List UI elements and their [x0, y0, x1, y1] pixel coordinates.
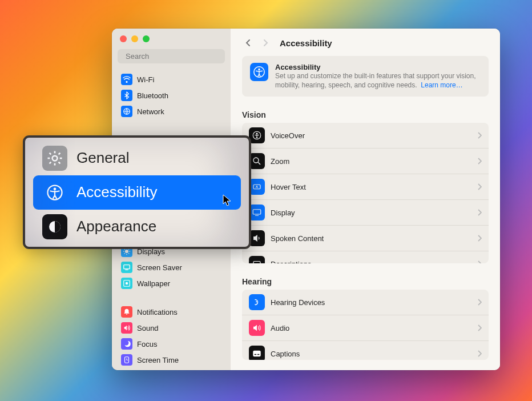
maximize-button[interactable]	[143, 35, 150, 42]
spoken-content-icon	[249, 230, 265, 246]
nav-forward-button[interactable]	[259, 37, 272, 49]
zoom-icon	[249, 153, 265, 169]
minimize-button[interactable]	[131, 35, 138, 42]
sidebar-item-screensaver[interactable]: Screen Saver	[118, 259, 225, 275]
accessibility-icon	[250, 63, 268, 81]
chevron-right-icon	[477, 132, 482, 139]
pref-row-captions[interactable]: Captions	[242, 340, 489, 360]
sidebar-item-label: Bluetooth	[137, 91, 168, 100]
descriptions-icon	[249, 256, 265, 263]
sidebar-item-label: Notifications	[137, 308, 178, 316]
section-title-hearing: Hearing	[242, 277, 489, 286]
screentime-icon	[121, 354, 132, 366]
pref-label: Zoom	[271, 157, 477, 166]
page-title: Accessibility	[280, 38, 332, 48]
window-controls	[112, 33, 231, 49]
sidebar-item-wallpaper[interactable]: Wallpaper	[118, 275, 225, 291]
svg-point-15	[126, 282, 128, 284]
appearance-icon	[42, 214, 67, 239]
sidebar-item-label: Screen Time	[137, 356, 179, 364]
svg-rect-12	[124, 265, 130, 269]
sidebar-item-wifi[interactable]: Wi-Fi	[118, 71, 225, 87]
pref-list-hearing: Hearing Devices Audio Captions	[242, 290, 489, 360]
magnified-label: Appearance	[76, 218, 156, 235]
svg-line-41	[59, 153, 61, 154]
sidebar-item-focus[interactable]: Focus	[118, 336, 225, 352]
nav-back-button[interactable]	[242, 37, 255, 49]
svg-line-10	[124, 253, 125, 254]
info-card: Accessibility Set up and customize the b…	[242, 56, 489, 97]
sidebar-item-label: Wallpaper	[137, 279, 170, 288]
hearing-devices-icon	[249, 294, 265, 310]
pref-label: VoiceOver	[271, 131, 477, 140]
svg-rect-27	[253, 262, 260, 264]
chevron-right-icon	[477, 183, 482, 190]
svg-rect-31	[255, 354, 257, 355]
sidebar-item-label: Sound	[137, 324, 159, 332]
section-title-vision: Vision	[242, 110, 489, 119]
wallpaper-icon	[121, 278, 132, 289]
chevron-right-icon	[477, 324, 482, 331]
chevron-right-icon	[477, 350, 482, 357]
pref-row-descriptions[interactable]: Descriptions	[242, 251, 489, 263]
search-field-wrapper[interactable]	[118, 49, 225, 63]
pref-list-vision: VoiceOver Zoom A Hover Text	[242, 123, 489, 263]
sidebar-item-sound[interactable]: Sound	[118, 320, 225, 336]
hover-text-icon: A	[249, 179, 265, 195]
learn-more-link[interactable]: Learn more…	[421, 81, 462, 89]
sidebar-item-bluetooth[interactable]: Bluetooth	[118, 87, 225, 103]
sidebar-item-label: Wi-Fi	[137, 75, 154, 84]
pref-label: Hover Text	[271, 183, 477, 191]
svg-line-40	[50, 162, 51, 163]
sidebar-group-alerts: Notifications Sound Focus Screen Time	[112, 302, 231, 370]
pref-row-hearingdevices[interactable]: Hearing Devices	[242, 290, 489, 315]
info-description: Set up and customize the built-in featur…	[275, 71, 481, 90]
svg-point-21	[253, 158, 259, 163]
gear-icon	[42, 146, 67, 171]
sidebar-item-network[interactable]: Network	[118, 103, 225, 119]
svg-point-29	[256, 302, 257, 303]
chevron-right-icon	[477, 158, 482, 165]
magnified-label: General	[76, 149, 130, 167]
pref-label: Audio	[271, 324, 477, 332]
sidebar-item-notifications[interactable]: Notifications	[118, 304, 225, 320]
info-text: Accessibility Set up and customize the b…	[275, 63, 481, 90]
pref-label: Spoken Content	[271, 234, 477, 243]
sidebar-item-label: Network	[137, 107, 164, 116]
sound-icon	[121, 322, 132, 334]
pref-label: Hearing Devices	[271, 298, 477, 307]
svg-line-39	[59, 162, 61, 163]
close-button[interactable]	[120, 35, 127, 42]
pref-row-zoom[interactable]: Zoom	[242, 148, 489, 174]
audio-icon	[249, 320, 265, 336]
pref-row-voiceover[interactable]: VoiceOver	[242, 123, 489, 148]
header: Accessibility	[231, 29, 500, 55]
svg-line-11	[128, 249, 129, 250]
chevron-right-icon	[477, 299, 482, 306]
sidebar-item-screentime[interactable]: Screen Time	[118, 352, 225, 368]
svg-rect-32	[257, 354, 260, 355]
search-input[interactable]	[126, 52, 221, 61]
chevron-right-icon	[477, 260, 482, 263]
wifi-icon	[121, 74, 132, 85]
magnified-item-appearance[interactable]: Appearance	[33, 210, 241, 244]
svg-point-33	[53, 155, 58, 161]
pref-label: Descriptions	[271, 260, 477, 264]
pref-row-spoken[interactable]: Spoken Content	[242, 225, 489, 251]
pref-row-hovertext[interactable]: A Hover Text	[242, 174, 489, 199]
pref-row-audio[interactable]: Audio	[242, 315, 489, 340]
pref-row-display[interactable]: Display	[242, 199, 489, 225]
magnified-item-general[interactable]: General	[33, 141, 241, 175]
svg-rect-25	[253, 210, 261, 214]
pref-label: Display	[271, 208, 477, 217]
svg-line-22	[258, 163, 260, 165]
sidebar-item-label: Screen Saver	[137, 263, 182, 272]
magnifier-overlay: General Accessibility Appearance	[23, 135, 251, 249]
accessibility-icon	[42, 180, 67, 205]
pref-label: Captions	[271, 350, 477, 358]
svg-line-8	[124, 249, 125, 250]
voiceover-icon	[249, 127, 265, 143]
magnified-label: Accessibility	[76, 183, 158, 201]
bluetooth-icon	[121, 90, 132, 101]
magnified-item-accessibility[interactable]: Accessibility	[33, 175, 241, 210]
